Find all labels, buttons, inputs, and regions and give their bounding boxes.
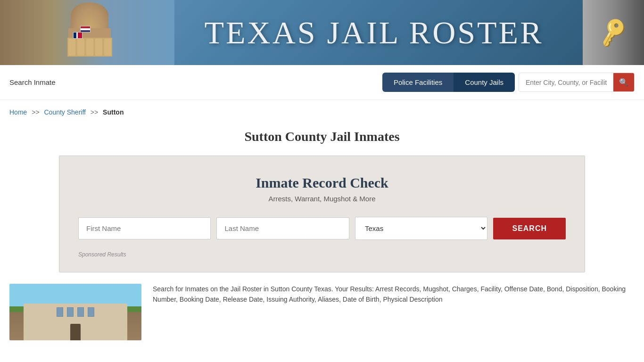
texas-flag	[73, 32, 83, 39]
page-title: Sutton County Jail Inmates	[0, 129, 644, 144]
record-check-card: Inmate Record Check Arrests, Warrant, Mu…	[59, 156, 585, 272]
dome-shape	[71, 2, 108, 28]
search-inmate-label: Search Inmate	[9, 78, 56, 86]
building-window	[67, 307, 74, 317]
dome-col	[86, 39, 93, 56]
capitol-image	[0, 0, 174, 65]
breadcrumb-separator-1: >>	[32, 108, 39, 116]
breadcrumb-home[interactable]: Home	[9, 108, 27, 116]
breadcrumb-current: Sutton	[103, 108, 124, 116]
us-flag	[80, 26, 91, 33]
search-icon: 🔍	[619, 78, 628, 86]
capitol-dome	[61, 0, 118, 65]
building-windows	[24, 304, 127, 317]
facility-search-wrapper: 🔍	[519, 73, 635, 92]
dome-col	[77, 39, 84, 56]
police-facilities-button[interactable]: Police Facilities	[382, 73, 454, 92]
building-window	[57, 307, 63, 317]
dome-columns	[67, 38, 112, 57]
sponsored-label: Sponsored Results	[78, 251, 566, 258]
header-title-area: Texas Jail Roster	[165, 0, 583, 65]
inmate-search-button[interactable]: SEARCH	[493, 218, 566, 239]
county-jails-button[interactable]: County Jails	[454, 73, 515, 92]
header-banner: Texas Jail Roster 🔑	[0, 0, 644, 65]
facility-search-button[interactable]: 🔍	[613, 73, 634, 91]
building-window	[77, 307, 84, 317]
first-name-input[interactable]	[78, 217, 211, 239]
state-select[interactable]: AlabamaAlaskaArizonaArkansasCaliforniaCo…	[355, 217, 487, 240]
site-title: Texas Jail Roster	[204, 14, 543, 51]
record-check-subtitle: Arrests, Warrant, Mugshot & More	[78, 195, 566, 203]
nav-bar: Search Inmate Police Facilities County J…	[0, 65, 644, 100]
facility-search-input[interactable]	[519, 74, 613, 91]
breadcrumb-separator-2: >>	[91, 108, 98, 116]
dome-col	[68, 39, 75, 56]
nav-right: Police Facilities County Jails 🔍	[382, 73, 635, 92]
building-body	[24, 304, 127, 340]
nav-left: Search Inmate	[9, 78, 373, 87]
last-name-input[interactable]	[216, 217, 349, 239]
dome-col	[95, 39, 102, 56]
building-image	[9, 284, 141, 340]
breadcrumb: Home >> County Sheriff >> Sutton	[0, 100, 644, 124]
record-check-title: Inmate Record Check	[78, 175, 566, 191]
bottom-section: Search for Inmates on the Jail Roster in…	[0, 272, 644, 352]
description-text: Search for Inmates on the Jail Roster in…	[153, 284, 635, 305]
header-right-image: 🔑	[583, 0, 644, 65]
breadcrumb-county-sheriff[interactable]: County Sheriff	[44, 108, 86, 116]
building-door	[70, 324, 81, 340]
keys-icon: 🔑	[596, 16, 630, 49]
dome-col	[104, 39, 111, 56]
building-window	[88, 307, 94, 317]
record-check-form: AlabamaAlaskaArizonaArkansasCaliforniaCo…	[78, 217, 566, 240]
